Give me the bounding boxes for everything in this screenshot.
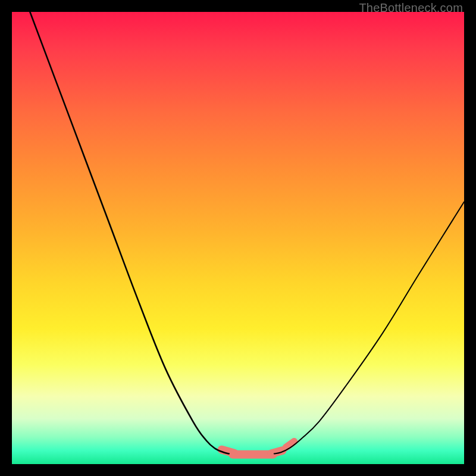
- curve-layer: [30, 12, 464, 454]
- chart-svg: [12, 12, 464, 464]
- highlight-layer: [222, 441, 295, 455]
- series-right-branch: [274, 202, 464, 453]
- chart-frame: TheBottleneck.com: [0, 0, 476, 476]
- series-left-branch: [30, 12, 228, 454]
- watermark-text: TheBottleneck.com: [359, 1, 463, 15]
- plot-area: [12, 12, 464, 464]
